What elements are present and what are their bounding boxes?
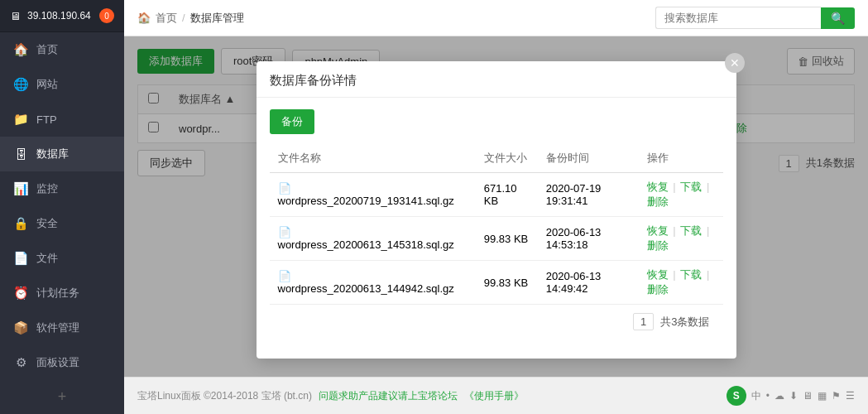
file-icon-2: 📄 [278,270,291,282]
delete-link-0[interactable]: 删除 [647,195,669,208]
notification-badge: 0 [99,8,114,23]
footer-icon-flag: ⚑ [832,390,841,402]
modal-pagination: 1 共3条数据 [270,313,723,330]
sidebar-add-button[interactable]: + [0,380,124,414]
footer-help-link[interactable]: 问题求助产品建议请上宝塔论坛 [319,389,458,403]
col-filename: 文件名称 [270,144,476,173]
footer-icon-menu: ☰ [846,390,855,402]
bt-icon: S [727,386,746,406]
footer-text: 宝塔Linux面板 ©2014-2018 宝塔 (bt.cn) [137,389,312,403]
sidebar-label-home: 首页 [36,42,58,57]
sidebar-label-monitor: 监控 [36,181,58,196]
main-content: 🏠 首页 / 数据库管理 🔍 添加数据库 root密码 phpMyAdmin 🗑… [124,0,868,414]
download-link-1[interactable]: 下载 [680,224,702,237]
file-size-1: 99.83 KB [476,217,538,261]
restore-link-0[interactable]: 恢复 [647,181,669,193]
security-icon: 🔒 [13,216,28,231]
backup-row: 📄wordpress_20200613_144942.sql.gz 99.83 … [270,261,723,305]
search-button[interactable]: 🔍 [821,7,855,29]
sidebar-item-monitor[interactable]: 📊监控 [0,171,124,206]
backup-table-header: 文件名称 文件大小 备份时间 操作 [270,144,723,173]
breadcrumb: 🏠 首页 / 数据库管理 [137,11,244,26]
file-name-1: 📄wordpress_20200613_145318.sql.gz [270,217,476,261]
sidebar: 🖥 39.108.190.64 0 🏠首页🌐网站📁FTP🗄数据库📊监控🔒安全📄文… [0,0,124,414]
footer-icon-dot: • [766,390,770,402]
sidebar-label-software: 软件管理 [36,320,79,335]
home-icon: 🏠 [137,12,151,24]
sidebar-item-software[interactable]: 📦软件管理 [0,310,124,345]
delete-link-2[interactable]: 删除 [647,283,669,296]
modal-total: 共3条数据 [660,315,709,330]
sidebar-item-cron[interactable]: ⏰计划任务 [0,276,124,310]
footer-manual-link[interactable]: 《使用手册》 [464,389,524,403]
content-area: 添加数据库 root密码 phpMyAdmin 🗑 回收站 数据库名 ▲ 用户名… [124,36,868,377]
backup-table: 文件名称 文件大小 备份时间 操作 📄wordpress_20200719_19… [270,144,723,305]
monitor-icon: 🖥 [10,10,21,22]
modal-current-page: 1 [633,313,654,330]
files-icon: 📄 [13,251,28,266]
sidebar-label-ftp: FTP [36,113,57,126]
sidebar-label-security: 安全 [36,216,58,231]
footer-icon-zh: 中 [751,389,761,403]
delete-link-1[interactable]: 删除 [647,239,669,252]
restore-link-2[interactable]: 恢复 [647,268,669,281]
monitor-icon: 📊 [13,181,28,196]
breadcrumb-sep: / [182,12,185,24]
breadcrumb-home[interactable]: 首页 [156,11,177,26]
col-backup-time: 备份时间 [538,144,639,173]
breadcrumb-current: 数据库管理 [190,11,244,26]
file-time-2: 2020-06-13 14:49:42 [538,261,639,305]
backup-modal: 数据库备份详情 ✕ 备份 文件名称 文件大小 备份时间 操作 [257,61,736,359]
database-icon: 🗄 [13,147,28,161]
file-actions-2: 恢复 | 下载 | 删除 [639,261,723,305]
footer-icon-grid: ▦ [818,390,827,402]
sidebar-label-website: 网站 [36,77,58,92]
file-name-2: 📄wordpress_20200613_144942.sql.gz [270,261,476,305]
footer-icon-down: ⬇ [789,390,798,402]
col-filesize: 文件大小 [476,144,538,173]
topbar: 🏠 首页 / 数据库管理 🔍 [124,0,868,36]
modal-toolbar: 备份 [270,109,723,134]
footer-icons: S 中 • ☁ ⬇ 🖥 ▦ ⚑ ☰ [727,386,855,406]
modal-header: 数据库备份详情 ✕ [257,61,736,98]
modal-title: 数据库备份详情 [270,73,357,89]
file-size-2: 99.83 KB [476,261,538,305]
backup-row: 📄wordpress_20200613_145318.sql.gz 99.83 … [270,217,723,261]
panel-icon: ⚙ [13,355,28,370]
file-size-0: 671.10 KB [476,173,538,217]
sidebar-item-home[interactable]: 🏠首页 [0,32,124,67]
sidebar-item-files[interactable]: 📄文件 [0,241,124,276]
footer-icon-screen: 🖥 [803,390,813,402]
file-time-1: 2020-06-13 14:53:18 [538,217,639,261]
sidebar-label-panel: 面板设置 [36,355,79,370]
sidebar-label-cron: 计划任务 [36,286,79,301]
file-time-0: 2020-07-19 19:31:41 [538,173,639,217]
backup-row: 📄wordpress_20200719_193141.sql.gz 671.10… [270,173,723,217]
cron-icon: ⏰ [13,286,28,301]
file-name-0: 📄wordpress_20200719_193141.sql.gz [270,173,476,217]
server-ip: 39.108.190.64 [27,10,93,22]
modal-close-button[interactable]: ✕ [725,53,745,73]
restore-link-1[interactable]: 恢复 [647,224,669,237]
search-input[interactable] [655,7,821,29]
sidebar-item-panel[interactable]: ⚙面板设置 [0,345,124,380]
home-icon: 🏠 [13,42,28,57]
sidebar-nav: 🏠首页🌐网站📁FTP🗄数据库📊监控🔒安全📄文件⏰计划任务📦软件管理⚙面板设置🚪退… [0,32,124,380]
footer: 宝塔Linux面板 ©2014-2018 宝塔 (bt.cn) 问题求助产品建议… [124,377,868,414]
col-backup-action: 操作 [639,144,723,173]
modal-overlay: 数据库备份详情 ✕ 备份 文件名称 文件大小 备份时间 操作 [124,36,868,377]
sidebar-item-ftp[interactable]: 📁FTP [0,102,124,137]
file-actions-1: 恢复 | 下载 | 删除 [639,217,723,261]
sidebar-item-website[interactable]: 🌐网站 [0,67,124,102]
backup-button[interactable]: 备份 [270,109,314,134]
sidebar-label-files: 文件 [36,251,58,266]
modal-body: 备份 文件名称 文件大小 备份时间 操作 [257,98,736,342]
file-icon-0: 📄 [278,182,291,195]
sidebar-label-database: 数据库 [36,147,69,161]
sidebar-item-database[interactable]: 🗄数据库 [0,137,124,171]
download-link-0[interactable]: 下载 [680,181,702,193]
sidebar-item-security[interactable]: 🔒安全 [0,206,124,241]
file-icon-1: 📄 [278,226,291,238]
website-icon: 🌐 [13,77,28,92]
download-link-2[interactable]: 下载 [680,268,702,281]
